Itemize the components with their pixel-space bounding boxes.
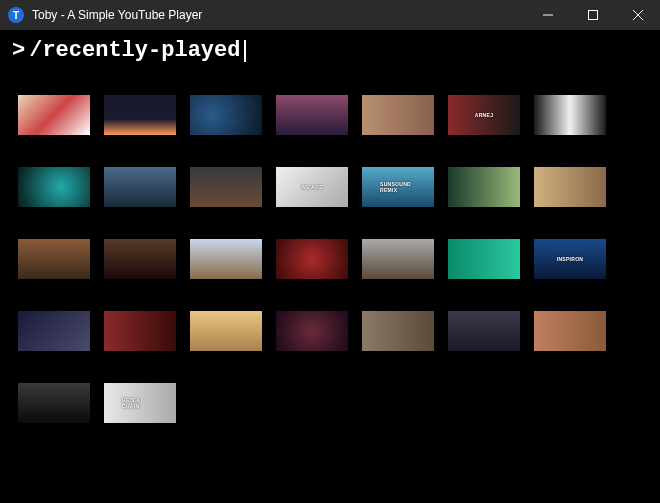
thumbnail-overlay-text: HE'S A CHAIN [122, 397, 158, 409]
thumbnail-overlay-text: INSPIRON [557, 256, 584, 262]
video-thumbnail[interactable] [362, 95, 434, 135]
video-thumbnail[interactable] [18, 311, 90, 351]
video-thumbnail[interactable]: ARNEJ [448, 95, 520, 135]
thumbnail-grid: ARNEJWE ARESUNSOUND REMIXINSPIRONHE'S A … [0, 67, 660, 451]
video-thumbnail[interactable] [18, 239, 90, 279]
video-thumbnail[interactable] [104, 167, 176, 207]
video-thumbnail[interactable] [18, 95, 90, 135]
prompt-symbol: > [12, 38, 25, 63]
video-thumbnail[interactable] [534, 95, 606, 135]
video-thumbnail[interactable] [104, 239, 176, 279]
close-button[interactable] [615, 0, 660, 30]
video-thumbnail[interactable] [190, 167, 262, 207]
video-thumbnail[interactable] [104, 95, 176, 135]
video-thumbnail[interactable]: INSPIRON [534, 239, 606, 279]
video-thumbnail[interactable] [448, 239, 520, 279]
titlebar[interactable]: T Toby - A Simple YouTube Player [0, 0, 660, 30]
video-thumbnail[interactable] [534, 311, 606, 351]
video-thumbnail[interactable] [104, 311, 176, 351]
window-controls [525, 0, 660, 30]
video-thumbnail[interactable] [18, 383, 90, 423]
minimize-button[interactable] [525, 0, 570, 30]
video-thumbnail[interactable] [190, 95, 262, 135]
maximize-button[interactable] [570, 0, 615, 30]
text-cursor [244, 40, 246, 62]
video-thumbnail[interactable] [190, 239, 262, 279]
video-thumbnail[interactable] [276, 95, 348, 135]
video-thumbnail[interactable] [362, 239, 434, 279]
video-thumbnail[interactable] [276, 239, 348, 279]
svg-rect-1 [588, 11, 597, 20]
video-thumbnail[interactable]: WE ARE [276, 167, 348, 207]
thumbnail-overlay-text: WE ARE [301, 184, 323, 190]
thumbnail-overlay-text: ARNEJ [475, 112, 493, 118]
video-thumbnail[interactable] [190, 311, 262, 351]
app-icon: T [8, 7, 24, 23]
video-thumbnail[interactable] [448, 167, 520, 207]
window-title: Toby - A Simple YouTube Player [32, 8, 525, 22]
video-thumbnail[interactable]: SUNSOUND REMIX [362, 167, 434, 207]
command-bar: > /recently-played [0, 30, 660, 67]
thumbnail-overlay-text: SUNSOUND REMIX [380, 181, 416, 193]
video-thumbnail[interactable] [18, 167, 90, 207]
command-text[interactable]: /recently-played [29, 38, 240, 63]
video-thumbnail[interactable] [534, 167, 606, 207]
video-thumbnail[interactable]: HE'S A CHAIN [104, 383, 176, 423]
video-thumbnail[interactable] [448, 311, 520, 351]
video-thumbnail[interactable] [362, 311, 434, 351]
video-thumbnail[interactable] [276, 311, 348, 351]
